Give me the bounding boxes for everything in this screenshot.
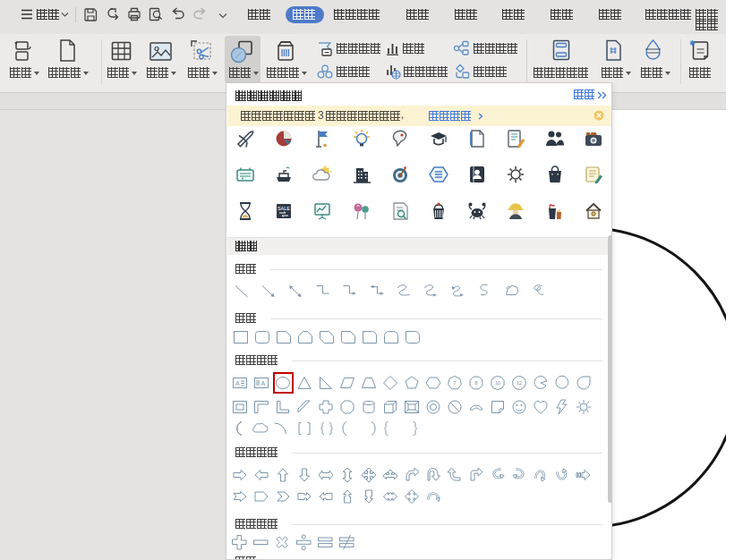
svg-text:SALE: SALE xyxy=(278,205,290,210)
svg-text:A: A xyxy=(235,380,240,386)
svg-text:A: A xyxy=(260,380,265,386)
svg-text:12: 12 xyxy=(517,380,522,386)
svg-text:10: 10 xyxy=(495,380,500,386)
